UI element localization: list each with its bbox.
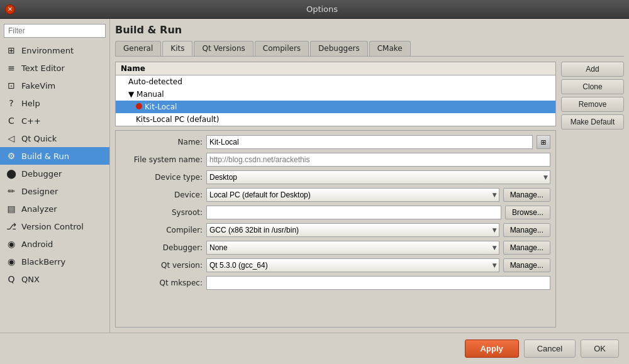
compiler-select[interactable]: GCC (x86 32bit in /usr/bin) [206,223,499,237]
window-title: Options [20,4,624,14]
device-select[interactable]: Local PC (default for Desktop) [206,188,499,202]
tab-debuggers[interactable]: Debuggers [310,41,368,56]
debugger-manage-button[interactable]: Manage... [503,241,550,255]
clone-button[interactable]: Clone [561,79,624,94]
kit-tree: Name Auto-detected ▼ Manual Kit-Local Ki… [115,62,556,126]
tab-kits[interactable]: Kits [162,41,192,56]
name-row: Name: ⊞ [116,133,555,151]
debugger-select[interactable]: None [206,241,499,255]
sidebar-item-fakevim[interactable]: ⊡FakeVim [0,77,109,94]
device-type-label: Device type: [121,173,203,182]
page-title: Build & Run [115,24,624,36]
qt-version-label: Qt version: [121,261,203,270]
cpp-icon: C [5,114,18,127]
sidebar-item-blackberry[interactable]: ◉BlackBerry [0,253,109,270]
analyzer-icon: ▤ [5,202,18,215]
filter-input[interactable] [4,24,106,38]
sidebar-item-help[interactable]: ?Help [0,94,109,112]
titlebar: ✕ Options [0,0,629,19]
kit-form: Name: ⊞ File system name: Device type: [115,130,556,328]
sidebar-label-analyzer: Analyzer [21,204,57,214]
tab-cmake[interactable]: CMake [369,41,411,56]
content-area: Build & Run GeneralKitsQt VersionsCompil… [110,19,629,333]
qt-version-select-wrapper: Qt 5.3.0 (gcc_64) [206,258,499,272]
sidebar-label-designer: Designer [21,187,58,196]
qt-version-manage-button[interactable]: Manage... [503,258,550,272]
qt-mkspec-input[interactable] [206,276,550,290]
sidebar-item-environment[interactable]: ⊞Environment [0,41,109,59]
remove-button[interactable]: Remove [561,97,624,112]
debugger-icon: ⬤ [5,167,18,180]
kit-item-kits-local-pc[interactable]: Kits-Local PC (default) [116,113,555,126]
sysroot-input[interactable] [206,206,501,219]
qt-version-select[interactable]: Qt 5.3.0 (gcc_64) [206,258,499,272]
sidebar-item-build-run[interactable]: ⚙Build & Run [0,147,109,165]
debugger-row: Debugger: None Manage... [116,239,555,256]
add-button[interactable]: Add [561,62,624,77]
device-label: Device: [121,190,203,199]
kit-tree-header: Name [116,62,555,75]
sidebar: ⊞Environment≡Text Editor⊡FakeVim?HelpCC+… [0,19,110,333]
tab-bar: GeneralKitsQt VersionsCompilersDebuggers… [115,41,624,57]
sidebar-item-android[interactable]: ◉Android [0,235,109,253]
sidebar-label-version-control: Version Control [21,222,84,231]
device-row: Device: Local PC (default for Desktop) M… [116,186,555,204]
device-manage-button[interactable]: Manage... [503,188,550,202]
kit-item-kit-local[interactable]: Kit-Local [116,101,555,113]
sidebar-label-help: Help [21,99,40,108]
sidebar-item-version-control[interactable]: ⎇Version Control [0,218,109,235]
ok-button[interactable]: OK [581,339,619,358]
error-indicator [136,103,142,109]
filesystem-input[interactable] [206,153,550,167]
qt-version-row: Qt version: Qt 5.3.0 (gcc_64) Manage... [116,256,555,274]
qt-mkspec-row: Qt mkspec: [116,274,555,292]
sidebar-label-fakevim: FakeVim [21,81,55,91]
device-type-select[interactable]: Desktop [206,170,550,184]
qnx-icon: Q [5,273,18,285]
blackberry-icon: ◉ [5,255,18,268]
sidebar-item-qnx[interactable]: QQNX [0,270,109,288]
apply-button[interactable]: Apply [465,339,519,358]
kit-group-manual[interactable]: ▼ Manual [116,88,555,101]
tab-qt-versions[interactable]: Qt Versions [194,41,253,56]
sidebar-label-build-run: Build & Run [21,152,69,161]
close-button[interactable]: ✕ [5,4,15,14]
sidebar-label-cpp: C++ [21,116,41,126]
qt-quick-icon: ◁ [5,132,18,145]
sidebar-label-qt-quick: Qt Quick [21,134,57,143]
filesystem-row: File system name: [116,151,555,168]
tab-compilers[interactable]: Compilers [255,41,309,56]
name-label: Name: [121,138,203,146]
debugger-select-wrapper: None [206,241,499,255]
compiler-row: Compiler: GCC (x86 32bit in /usr/bin) Ma… [116,221,555,239]
device-type-select-wrapper: Desktop [206,170,550,184]
sysroot-browse-button[interactable]: Browse... [505,206,550,219]
sysroot-row: Sysroot: Browse... [116,204,555,221]
kit-group-autodetected[interactable]: Auto-detected [116,75,555,88]
sidebar-label-environment: Environment [21,46,74,55]
tab-general[interactable]: General [115,41,161,56]
name-icon-button[interactable]: ⊞ [537,135,550,149]
debugger-label: Debugger: [121,243,203,252]
sidebar-item-qt-quick[interactable]: ◁Qt Quick [0,130,109,147]
bottom-bar: Apply Cancel OK [0,333,629,364]
main-container: ⊞Environment≡Text Editor⊡FakeVim?HelpCC+… [0,19,629,333]
make-default-button[interactable]: Make Default [561,114,624,130]
environment-icon: ⊞ [5,44,18,57]
sidebar-item-text-editor[interactable]: ≡Text Editor [0,59,109,77]
name-input[interactable] [206,135,533,149]
device-type-row: Device type: Desktop [116,168,555,186]
android-icon: ◉ [5,238,18,250]
compiler-manage-button[interactable]: Manage... [503,223,550,237]
device-select-wrapper: Local PC (default for Desktop) [206,188,499,202]
sidebar-item-debugger[interactable]: ⬤Debugger [0,165,109,182]
cancel-button[interactable]: Cancel [524,339,576,358]
help-icon: ? [5,97,18,109]
kits-left: Name Auto-detected ▼ Manual Kit-Local Ki… [115,62,556,328]
version-control-icon: ⎇ [5,220,18,233]
sysroot-label: Sysroot: [121,208,203,217]
qt-mkspec-label: Qt mkspec: [121,279,203,287]
sidebar-item-cpp[interactable]: CC++ [0,112,109,130]
sidebar-item-designer[interactable]: ✏Designer [0,182,109,200]
sidebar-item-analyzer[interactable]: ▤Analyzer [0,200,109,218]
